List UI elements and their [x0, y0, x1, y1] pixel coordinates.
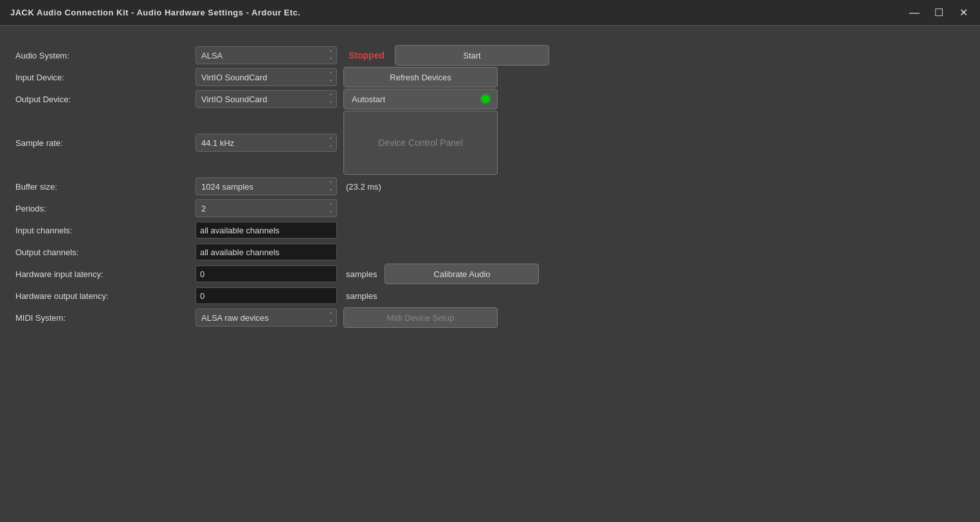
hw-input-latency-label: Hardware input latency: [15, 269, 195, 279]
hw-input-latency-control [195, 266, 343, 282]
audio-system-control: ALSA PulseAudio CoreAudio [195, 46, 343, 64]
output-device-label: Output Device: [15, 94, 195, 104]
hw-input-latency-input[interactable] [195, 266, 337, 282]
hw-output-latency-extra: samples [343, 291, 379, 301]
autostart-button[interactable]: Autostart [343, 89, 498, 109]
midi-system-row: MIDI System: ALSA raw devices ALSA seq M… [15, 307, 965, 328]
output-channels-control [195, 244, 343, 260]
output-channels-row: Output channels: [15, 242, 965, 262]
sample-rate-row: Sample rate: 44.1 kHz 48 kHz 96 kHz Devi… [15, 111, 965, 175]
midi-system-extra: Midi Device Setup [343, 307, 498, 328]
input-device-row: Input Device: VirtIO SoundCard Default R… [15, 67, 965, 87]
autostart-indicator [482, 95, 489, 103]
close-button[interactable]: ✕ [952, 3, 975, 22]
autostart-label: Autostart [352, 94, 385, 104]
audio-system-row: Audio System: ALSA PulseAudio CoreAudio … [15, 45, 965, 66]
periods-control: 2 3 4 [195, 199, 343, 217]
device-control-panel-button[interactable]: Device Control Panel [343, 111, 498, 175]
midi-device-setup-button[interactable]: Midi Device Setup [343, 307, 498, 328]
output-device-extra: Autostart [343, 89, 498, 109]
audio-system-extra: Stopped Start [343, 45, 549, 66]
settings-grid: Audio System: ALSA PulseAudio CoreAudio … [15, 45, 965, 328]
start-button[interactable]: Start [395, 45, 549, 66]
hw-output-latency-row: Hardware output latency: samples [15, 285, 965, 306]
input-device-select-wrapper: VirtIO SoundCard Default [195, 68, 337, 86]
output-device-select-wrapper: VirtIO SoundCard Default [195, 90, 337, 108]
buffer-size-row: Buffer size: 256 samples 512 samples 102… [15, 176, 965, 197]
hw-input-latency-row: Hardware input latency: samples Calibrat… [15, 264, 965, 284]
output-channels-input[interactable] [195, 244, 337, 260]
input-channels-input[interactable] [195, 222, 337, 239]
input-device-select[interactable]: VirtIO SoundCard Default [195, 68, 337, 86]
buffer-size-label: Buffer size: [15, 182, 195, 192]
window-controls: — ☐ ✕ [903, 3, 975, 22]
buffer-size-extra: (23.2 ms) [343, 182, 384, 192]
buffer-size-select-wrapper: 256 samples 512 samples 1024 samples 204… [195, 177, 337, 195]
maximize-button[interactable]: ☐ [927, 3, 950, 22]
output-device-row: Output Device: VirtIO SoundCard Default … [15, 89, 965, 109]
output-device-select[interactable]: VirtIO SoundCard Default [195, 90, 337, 108]
audio-system-label: Audio System: [15, 51, 195, 60]
periods-select-wrapper: 2 3 4 [195, 199, 337, 217]
buffer-size-control: 256 samples 512 samples 1024 samples 204… [195, 177, 343, 195]
device-control-panel-label: Device Control Panel [378, 138, 463, 148]
main-content: Audio System: ALSA PulseAudio CoreAudio … [0, 26, 980, 341]
output-device-control: VirtIO SoundCard Default [195, 90, 343, 108]
periods-row: Periods: 2 3 4 [15, 198, 965, 219]
midi-system-control: ALSA raw devices ALSA seq [195, 309, 343, 327]
output-channels-label: Output channels: [15, 248, 195, 257]
input-channels-row: Input channels: [15, 220, 965, 240]
sample-rate-select-wrapper: 44.1 kHz 48 kHz 96 kHz [195, 134, 337, 152]
hw-output-latency-label: Hardware output latency: [15, 291, 195, 301]
buffer-ms-label: (23.2 ms) [343, 182, 384, 192]
input-channels-label: Input channels: [15, 226, 195, 235]
hw-output-latency-control [195, 287, 343, 304]
midi-system-label: MIDI System: [15, 313, 195, 323]
refresh-devices-button[interactable]: Refresh Devices [343, 67, 498, 87]
buffer-size-select[interactable]: 256 samples 512 samples 1024 samples 204… [195, 177, 337, 195]
periods-label: Periods: [15, 204, 195, 213]
midi-system-select[interactable]: ALSA raw devices ALSA seq [195, 309, 337, 327]
hw-input-latency-extra: samples Calibrate Audio [343, 264, 539, 284]
minimize-button[interactable]: — [903, 3, 926, 22]
hw-output-latency-input[interactable] [195, 287, 337, 304]
sample-rate-control: 44.1 kHz 48 kHz 96 kHz [195, 134, 343, 152]
sample-rate-select[interactable]: 44.1 kHz 48 kHz 96 kHz [195, 134, 337, 152]
hw-input-latency-unit: samples [343, 269, 379, 279]
input-channels-control [195, 222, 343, 239]
audio-system-select-wrapper: ALSA PulseAudio CoreAudio [195, 46, 337, 64]
input-device-control: VirtIO SoundCard Default [195, 68, 343, 86]
input-device-label: Input Device: [15, 73, 195, 82]
sample-rate-extra: Device Control Panel [343, 111, 498, 175]
audio-system-select[interactable]: ALSA PulseAudio CoreAudio [195, 46, 337, 64]
title-bar: JACK Audio Connection Kit - Audio Hardwa… [0, 0, 980, 26]
hw-output-latency-unit: samples [343, 291, 379, 301]
periods-select[interactable]: 2 3 4 [195, 199, 337, 217]
midi-system-select-wrapper: ALSA raw devices ALSA seq [195, 309, 337, 327]
sample-rate-label: Sample rate: [15, 138, 195, 148]
input-device-extra: Refresh Devices [343, 67, 498, 87]
status-badge: Stopped [343, 50, 390, 60]
window-title: JACK Audio Connection Kit - Audio Hardwa… [10, 8, 300, 17]
calibrate-audio-button[interactable]: Calibrate Audio [385, 264, 539, 284]
